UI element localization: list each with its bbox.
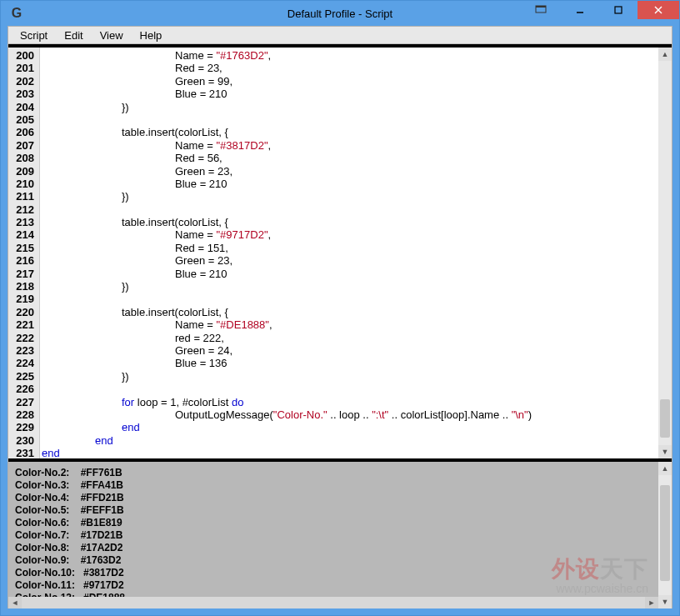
line-number: 229 [8, 421, 39, 433]
close-button[interactable] [638, 1, 679, 19]
scroll-up-button[interactable]: ▲ [658, 48, 672, 61]
line-number: 226 [8, 383, 39, 395]
output-row: Color-No.4: #FFD21B [15, 492, 652, 504]
minimize-button[interactable] [561, 1, 599, 19]
code-line[interactable]: Blue = 136 [42, 357, 672, 369]
line-number: 217 [8, 268, 39, 280]
app-logo-icon: G [8, 4, 26, 23]
code-line[interactable]: Green = 24, [42, 344, 672, 357]
line-number: 219 [8, 293, 39, 305]
line-number: 214 [8, 228, 39, 241]
menu-edit[interactable]: Edit [56, 28, 91, 43]
code-line[interactable]: OutputLogMessage("Color-No." .. loop .. … [42, 408, 672, 421]
code-line[interactable]: Blue = 210 [42, 88, 672, 100]
code-line[interactable]: end [42, 447, 672, 458]
line-number: 220 [8, 306, 39, 318]
output-scroll-up-button[interactable]: ▲ [658, 462, 672, 475]
line-number: 222 [8, 332, 39, 344]
app-body: Script Edit View Help 200201202203204205… [1, 26, 679, 615]
code-line[interactable]: end [42, 434, 672, 447]
line-number-gutter: 2002012022032042052062072082092102112122… [8, 48, 40, 458]
code-line[interactable] [42, 203, 672, 216]
output-scroll-left-button[interactable]: ◄ [8, 597, 22, 608]
code-line[interactable]: }) [42, 370, 672, 383]
output-row: Color-No.11: #9717D2 [15, 579, 652, 592]
menu-view[interactable]: View [92, 28, 132, 43]
code-line[interactable] [42, 113, 672, 126]
line-number: 225 [8, 370, 39, 383]
code-line[interactable]: Name = "#9717D2", [42, 228, 672, 241]
line-number: 205 [8, 113, 39, 126]
code-line[interactable]: table.insert(colorList, { [42, 126, 672, 138]
line-number: 223 [8, 344, 39, 357]
code-area[interactable]: Name = "#1763D2",Red = 23,Green = 99,Blu… [40, 48, 672, 458]
code-line[interactable]: }) [42, 280, 672, 293]
line-number: 212 [8, 203, 39, 216]
output-vertical-scrollbar[interactable]: ▲ ▼ [658, 462, 672, 608]
editor-wrap: 2002012022032042052062072082092102112122… [8, 44, 672, 608]
code-editor[interactable]: 2002012022032042052062072082092102112122… [8, 48, 672, 458]
line-number: 231 [8, 447, 39, 458]
line-number: 206 [8, 126, 39, 138]
line-number: 224 [8, 357, 39, 369]
code-line[interactable]: }) [42, 101, 672, 113]
menu-help[interactable]: Help [132, 28, 171, 43]
line-number: 204 [8, 101, 39, 113]
editor-vertical-scrollbar[interactable]: ▲ ▼ [658, 48, 672, 458]
menubar: Script Edit View Help [8, 26, 672, 44]
line-number: 213 [8, 216, 39, 228]
output-row: Color-No.3: #FFA41B [15, 479, 652, 492]
code-line[interactable]: Blue = 210 [42, 178, 672, 190]
window-controls [528, 1, 679, 19]
line-number: 207 [8, 139, 39, 152]
code-line[interactable]: Blue = 210 [42, 268, 672, 280]
output-scroll-right-button[interactable]: ► [645, 597, 658, 608]
code-line[interactable] [42, 293, 672, 305]
line-number: 209 [8, 165, 39, 178]
code-line[interactable]: Red = 23, [42, 62, 672, 74]
code-line[interactable]: Green = 99, [42, 75, 672, 88]
output-row: Color-No.6: #B1E819 [15, 517, 652, 529]
code-line[interactable]: Green = 23, [42, 254, 672, 267]
output-row: Color-No.7: #17D21B [15, 529, 652, 542]
code-line[interactable]: Name = "#3817D2", [42, 139, 672, 152]
code-line[interactable]: }) [42, 190, 672, 203]
output-horizontal-scrollbar[interactable]: ◄ ► [8, 597, 658, 608]
scroll-track[interactable] [658, 61, 672, 445]
output-row: Color-No.2: #FF761B [15, 467, 652, 479]
line-number: 200 [8, 49, 39, 62]
code-line[interactable]: Red = 151, [42, 242, 672, 254]
code-line[interactable]: Green = 23, [42, 165, 672, 178]
line-number: 221 [8, 318, 39, 331]
line-number: 227 [8, 396, 39, 408]
menu-script[interactable]: Script [12, 28, 56, 43]
titlebar[interactable]: G Default Profile - Script [1, 1, 679, 26]
code-line[interactable]: end [42, 421, 672, 433]
svg-rect-1 [536, 6, 546, 8]
line-number: 210 [8, 178, 39, 190]
code-line[interactable]: for loop = 1, #colorList do [42, 396, 672, 408]
maximize-button[interactable] [599, 1, 638, 19]
window-frame: G Default Profile - Script Script Edit V… [0, 0, 680, 616]
scroll-down-button[interactable]: ▼ [658, 445, 672, 458]
line-number: 218 [8, 280, 39, 293]
output-panel: Color-No.2: #FF761BColor-No.3: #FFA41BCo… [8, 458, 672, 608]
code-line[interactable]: Name = "#1763D2", [42, 49, 672, 62]
code-line[interactable]: Name = "#DE1888", [42, 318, 672, 331]
line-number: 201 [8, 62, 39, 74]
line-number: 230 [8, 434, 39, 447]
output-scroll-thumb[interactable] [660, 485, 670, 581]
output-scroll-track[interactable] [658, 475, 672, 595]
scroll-thumb[interactable] [660, 399, 670, 438]
output-hscroll-track[interactable] [22, 597, 645, 608]
output-scroll-down-button[interactable]: ▼ [658, 595, 672, 608]
code-line[interactable]: Red = 56, [42, 152, 672, 164]
code-line[interactable] [42, 383, 672, 395]
window-mode-button[interactable] [528, 1, 554, 19]
code-line[interactable]: red = 222, [42, 332, 672, 344]
code-line[interactable]: table.insert(colorList, { [42, 306, 672, 318]
code-line[interactable]: table.insert(colorList, { [42, 216, 672, 228]
svg-rect-3 [615, 7, 622, 13]
output-log[interactable]: Color-No.2: #FF761BColor-No.3: #FFA41BCo… [8, 462, 658, 608]
line-number: 228 [8, 408, 39, 421]
